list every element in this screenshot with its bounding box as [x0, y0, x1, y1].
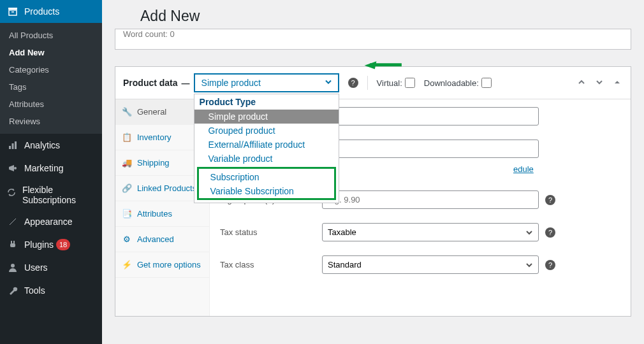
menu-label: Marketing [24, 163, 63, 173]
move-up-button[interactable] [576, 76, 587, 90]
option-external-product[interactable]: External/Affiliate product [194, 138, 339, 152]
products-submenu: All Products Add New Categories Tags Att… [0, 23, 102, 134]
svg-point-6 [14, 167, 17, 169]
submenu-all-products[interactable]: All Products [0, 27, 102, 44]
product-type-select[interactable]: Simple product [194, 73, 339, 92]
option-grouped-product[interactable]: Grouped product [194, 124, 339, 138]
user-icon [6, 261, 19, 274]
menu-plugins[interactable]: Plugins 18 [0, 233, 102, 256]
menu-appearance[interactable]: Appearance [0, 210, 102, 233]
sale-price-input[interactable] [322, 140, 539, 158]
downloadable-checkbox-label[interactable]: Downloadable: [424, 78, 492, 88]
menu-analytics[interactable]: Analytics [0, 134, 102, 157]
chevron-down-icon [324, 78, 333, 89]
wrench-icon: 🔧 [122, 107, 132, 117]
menu-label: Analytics [24, 140, 60, 150]
panel-toggle-actions [576, 76, 623, 90]
submenu-add-new[interactable]: Add New [0, 44, 102, 61]
menu-tools[interactable]: Tools [0, 279, 102, 302]
collapse-button[interactable] [611, 76, 623, 90]
submenu-categories[interactable]: Categories [0, 61, 102, 78]
tab-advanced[interactable]: ⚙ Advanced [115, 227, 209, 252]
tab-label: Shipping [137, 158, 170, 168]
tab-label: Linked Products [137, 183, 196, 193]
product-data-heading: Product data [123, 78, 178, 88]
inventory-icon: 📋 [122, 133, 132, 142]
list-icon: 📑 [122, 209, 132, 219]
menu-products[interactable]: Products [0, 0, 102, 23]
schedule-link[interactable]: edule [513, 164, 534, 174]
word-count-text: Word count: 0 [123, 29, 175, 39]
row-tax-class: Tax class Standard ? [220, 255, 620, 274]
separator [367, 76, 368, 90]
page-title: Add New [115, 0, 631, 32]
tax-class-label: Tax class [220, 260, 322, 269]
tab-label: Attributes [137, 209, 172, 219]
plug-icon [6, 238, 19, 251]
submenu-attributes[interactable]: Attributes [0, 96, 102, 113]
tab-attributes[interactable]: 📑 Attributes [115, 201, 209, 227]
menu-label: Products [24, 6, 59, 17]
submenu-reviews[interactable]: Reviews [0, 113, 102, 130]
product-type-select-wrap: Simple product Product Type Simple produ… [194, 73, 339, 92]
lightning-icon: ⚡ [122, 260, 132, 269]
product-data-body: 🔧 General 📋 Inventory 🚚 Shipping 🔗 Linke… [115, 99, 631, 316]
menu-label: Users [24, 262, 48, 273]
menu-users[interactable]: Users [0, 256, 102, 279]
archive-icon [6, 5, 19, 18]
menu-flexible-subscriptions[interactable]: Flexible Subscriptions [0, 180, 102, 210]
option-variable-product[interactable]: Variable product [194, 152, 339, 166]
tab-label: General [137, 107, 166, 117]
submenu-tags[interactable]: Tags [0, 78, 102, 96]
truck-icon: 🚚 [122, 158, 132, 168]
link-icon: 🔗 [122, 183, 132, 193]
svg-rect-1 [9, 10, 17, 15]
svg-rect-0 [8, 8, 17, 10]
downloadable-label-text: Downloadable: [424, 78, 479, 88]
help-icon[interactable]: ? [348, 78, 358, 88]
heading-dash: — [182, 78, 190, 88]
svg-rect-5 [15, 141, 17, 149]
menu-label: Appearance [24, 217, 73, 227]
move-down-button[interactable] [594, 76, 605, 90]
tax-class-select[interactable]: Standard [322, 255, 539, 274]
svg-rect-9 [13, 241, 15, 243]
plugins-badge: 18 [56, 239, 70, 250]
svg-point-10 [11, 264, 15, 268]
product-data-panel: Product data — Simple product Product Ty… [115, 66, 631, 317]
svg-rect-3 [9, 146, 11, 149]
option-variable-subscription[interactable]: Variable Subscription [199, 184, 334, 198]
tab-label: Inventory [137, 133, 171, 142]
tab-get-more-options[interactable]: ⚡ Get more options [115, 252, 209, 278]
menu-label: Tools [24, 285, 45, 296]
product-type-selected: Simple product [201, 78, 261, 88]
tab-label: Advanced [137, 234, 174, 244]
option-simple-product[interactable]: Simple product [194, 110, 339, 124]
tax-status-label: Tax status [220, 227, 322, 237]
svg-rect-4 [12, 143, 14, 149]
help-icon[interactable]: ? [545, 260, 555, 270]
refresh-icon [6, 186, 17, 199]
chart-icon [6, 139, 19, 152]
menu-label: Plugins [24, 240, 54, 250]
svg-rect-7 [10, 243, 15, 247]
help-icon[interactable]: ? [545, 227, 555, 238]
tab-label: Get more options [137, 260, 201, 269]
admin-sidebar: Products All Products Add New Categories… [0, 0, 102, 344]
virtual-checkbox[interactable] [405, 78, 415, 88]
tax-status-select[interactable]: Taxable [322, 223, 539, 241]
product-type-dropdown: Product Type Simple product Grouped prod… [194, 94, 339, 203]
megaphone-icon [6, 162, 19, 175]
help-icon[interactable]: ? [545, 195, 555, 205]
menu-label: Flexible Subscriptions [22, 185, 96, 205]
regular-price-input[interactable] [322, 107, 539, 125]
brush-icon [6, 215, 19, 228]
svg-rect-2 [11, 11, 14, 13]
highlight-box: Subscription Variable Subscription [197, 167, 336, 200]
signup-fee-input[interactable] [322, 190, 539, 209]
downloadable-checkbox[interactable] [481, 78, 492, 88]
svg-rect-8 [11, 241, 12, 243]
menu-marketing[interactable]: Marketing [0, 157, 102, 180]
gear-icon: ⚙ [122, 234, 132, 244]
option-subscription[interactable]: Subscription [199, 170, 334, 184]
